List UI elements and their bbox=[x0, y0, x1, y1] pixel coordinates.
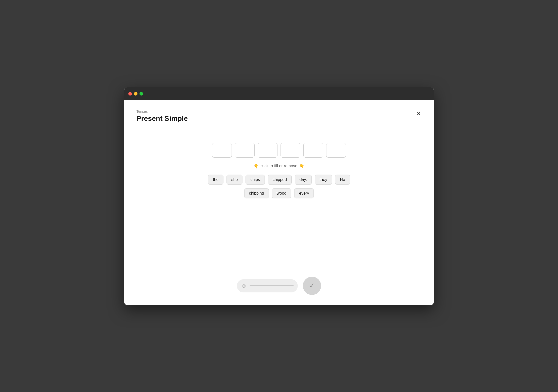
answer-slot-4[interactable] bbox=[281, 143, 300, 158]
word-chip-chipped[interactable]: chipped bbox=[268, 175, 292, 185]
word-chip-the[interactable]: the bbox=[208, 175, 223, 185]
smiley-icon: ☺ bbox=[241, 283, 247, 289]
subtitle: Tenses bbox=[136, 109, 422, 114]
word-chip-day[interactable]: day. bbox=[295, 175, 312, 185]
word-chip-chipping[interactable]: chipping bbox=[244, 188, 269, 198]
instruction-text: click to fill or remove bbox=[261, 164, 298, 168]
answer-slot-1[interactable] bbox=[212, 143, 232, 158]
word-chip-chips[interactable]: chips bbox=[246, 175, 265, 185]
instruction-left-emoji: 👇 bbox=[254, 164, 259, 169]
instruction-right-emoji: 👇 bbox=[299, 164, 304, 169]
answer-slot-3[interactable] bbox=[258, 143, 277, 158]
slider-track[interactable] bbox=[250, 285, 294, 286]
word-chip-he[interactable]: He bbox=[335, 175, 350, 185]
close-traffic-light[interactable] bbox=[128, 92, 132, 96]
word-row-1: the she chips chipped day. they He bbox=[208, 175, 350, 185]
answer-slot-5[interactable] bbox=[303, 143, 323, 158]
check-button[interactable]: ✓ bbox=[303, 277, 321, 295]
exercise-area: 👇 click to fill or remove 👇 the she chip… bbox=[136, 143, 422, 198]
bottom-bar: ☺ ✓ bbox=[237, 277, 321, 295]
answer-slot-2[interactable] bbox=[235, 143, 255, 158]
instruction: 👇 click to fill or remove 👇 bbox=[254, 164, 305, 169]
header: Tenses Present Simple bbox=[136, 109, 422, 123]
page-title: Present Simple bbox=[136, 115, 422, 123]
check-icon: ✓ bbox=[309, 282, 315, 290]
title-bar bbox=[124, 87, 434, 100]
app-window: Tenses Present Simple × 👇 click to fill … bbox=[124, 87, 434, 305]
minimize-traffic-light[interactable] bbox=[134, 92, 137, 96]
word-row-2: chipping wood every bbox=[244, 188, 314, 198]
slider-container[interactable]: ☺ bbox=[237, 279, 298, 292]
answer-slots bbox=[212, 143, 346, 158]
maximize-traffic-light[interactable] bbox=[140, 92, 143, 96]
word-chip-wood[interactable]: wood bbox=[272, 188, 291, 198]
answer-slot-6[interactable] bbox=[326, 143, 346, 158]
close-button[interactable]: × bbox=[416, 109, 422, 118]
word-bank: the she chips chipped day. they He chipp… bbox=[208, 175, 350, 198]
content-area: Tenses Present Simple × 👇 click to fill … bbox=[124, 100, 434, 305]
word-chip-she[interactable]: she bbox=[226, 175, 243, 185]
word-chip-every[interactable]: every bbox=[294, 188, 314, 198]
word-chip-they[interactable]: they bbox=[315, 175, 332, 185]
